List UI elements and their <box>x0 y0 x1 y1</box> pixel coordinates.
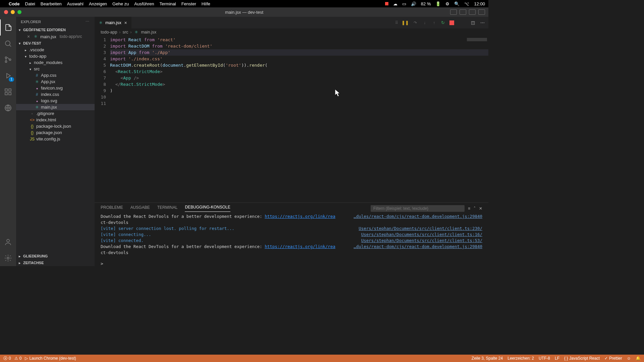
debug-drag-icon[interactable]: ⠿ <box>393 20 398 25</box>
file-item[interactable]: #index.css <box>16 91 95 98</box>
menu-run[interactable]: Ausführen <box>134 1 154 6</box>
file-item[interactable]: ◦.gitignore <box>16 110 95 117</box>
status-battery-icon[interactable]: 🔋 <box>435 1 441 6</box>
svg-rect-7 <box>9 93 11 95</box>
file-item[interactable]: #App.css <box>16 72 95 78</box>
panel-maximize-icon[interactable]: ˄ <box>474 206 476 211</box>
explorer-title: EXPLORER <box>21 20 41 24</box>
file-item[interactable]: ⚛main.jsx <box>16 104 95 110</box>
status-display-icon[interactable]: ▭ <box>402 1 406 6</box>
menu-file[interactable]: Datei <box>25 1 35 6</box>
file-item[interactable]: ⬥favicon.svg <box>16 85 95 91</box>
git-file-icon: ◦ <box>30 111 35 116</box>
react-file-icon: ⚛ <box>133 30 139 35</box>
debug-pause-button[interactable]: ❚❚ <box>402 20 408 25</box>
activity-extensions[interactable] <box>0 84 16 100</box>
svg-point-0 <box>5 41 10 46</box>
menu-view[interactable]: Anzeigen <box>89 1 107 6</box>
status-cloud-icon[interactable]: ☁︎ <box>393 1 397 6</box>
menu-help[interactable]: Hilfe <box>202 1 210 6</box>
json-file-icon: {} <box>30 130 35 135</box>
open-editor-item[interactable]: × ⚛ main.jsx todo-app/src <box>19 33 95 40</box>
file-item[interactable]: ⚛App.jsx <box>16 78 95 85</box>
layout-panel-bottom-icon[interactable] <box>460 9 466 15</box>
activity-account[interactable] <box>0 234 16 250</box>
panel-tab-terminal[interactable]: TERMINAL <box>157 205 178 212</box>
menu-terminal[interactable]: Terminal <box>160 1 176 6</box>
debug-badge: 1 <box>9 77 14 82</box>
status-battery-text: 82 % <box>421 1 431 6</box>
activity-scm[interactable] <box>0 52 16 68</box>
activity-bar: 1 <box>0 17 16 266</box>
folder-item[interactable]: .vscode <box>16 47 95 53</box>
split-editor-icon[interactable]: ◫ <box>470 20 476 25</box>
chevron-right-icon <box>30 60 33 65</box>
code-editor[interactable]: 1234567891011 import React from 'react'i… <box>95 36 488 202</box>
tab-main-jsx[interactable]: ⚛ main.jsx × <box>95 17 131 28</box>
react-file-icon: ⚛ <box>33 34 38 39</box>
status-volume-icon[interactable]: 🔊 <box>411 1 416 6</box>
folder-item[interactable]: node_modules <box>16 59 95 66</box>
file-item[interactable]: JSvite.config.js <box>16 136 95 142</box>
file-item[interactable]: {}package-lock.json <box>16 123 95 129</box>
menu-goto[interactable]: Gehe zu <box>112 1 129 6</box>
status-wifi-icon[interactable]: ⚙︎ <box>445 1 449 6</box>
outline-section[interactable]: GLIEDERUNG <box>16 253 95 259</box>
menu-edit[interactable]: Bearbeiten <box>41 1 62 6</box>
svg-file-icon: ⬥ <box>34 86 40 90</box>
filter-settings-icon[interactable]: ≡ <box>468 206 470 211</box>
layout-panel-left-icon[interactable] <box>450 9 457 15</box>
panel-tab-debug-console[interactable]: DEBUGGING-KONSOLE <box>185 205 230 212</box>
activity-explorer[interactable] <box>0 19 16 36</box>
folder-item[interactable]: src <box>16 66 95 72</box>
js-file-icon: JS <box>30 137 35 141</box>
status-search-icon[interactable]: 🔍 <box>454 1 460 6</box>
file-tree: .vscodetodo-appnode_modulessrc#App.css⚛A… <box>16 47 95 142</box>
debug-stop-button[interactable] <box>449 20 454 25</box>
activity-debug[interactable]: 1 <box>0 68 16 84</box>
file-item[interactable]: {}package.json <box>16 129 95 136</box>
window-zoom-button[interactable] <box>17 10 21 14</box>
folder-item[interactable]: todo-app <box>16 53 95 59</box>
panel-tab-problems[interactable]: PROBLEME <box>101 205 123 212</box>
activity-remote[interactable] <box>0 100 16 116</box>
workspace-root[interactable]: DEV-TEST <box>16 40 95 47</box>
minimap[interactable] <box>465 36 488 202</box>
editor-more-icon[interactable]: ⋯ <box>480 20 485 25</box>
tab-bar: ⚛ main.jsx × ⠿ ❚❚ ↷ ↓ ↑ ↻ ◫ ⋯ <box>95 17 488 28</box>
debug-step-over-button[interactable]: ↷ <box>412 20 417 25</box>
breadcrumbs[interactable]: todo-app› src› ⚛ main.jsx <box>95 28 488 36</box>
file-item[interactable]: <>index.html <box>16 117 95 123</box>
debug-console-output[interactable]: Download the React DevTools for a better… <box>95 212 488 261</box>
debug-console-input[interactable]: > <box>95 261 488 266</box>
filter-input[interactable] <box>371 205 465 212</box>
menu-window[interactable]: Fenster <box>181 1 196 6</box>
layout-panel-right-icon[interactable] <box>469 9 476 15</box>
menu-selection[interactable]: Auswahl <box>67 1 84 6</box>
svg-file-icon: ⬥ <box>34 99 40 103</box>
svg-rect-5 <box>9 89 11 91</box>
bottom-panel: PROBLEME AUSGABE TERMINAL DEBUGGING-KONS… <box>95 202 488 266</box>
close-icon[interactable]: × <box>123 20 128 25</box>
status-time[interactable]: 12:00 <box>474 1 485 6</box>
timeline-section[interactable]: ZEITACHSE <box>16 259 95 266</box>
layout-customize-icon[interactable] <box>478 9 485 15</box>
chevron-down-icon <box>30 66 33 71</box>
panel-close-icon[interactable]: ✕ <box>479 206 482 211</box>
status-control-center-icon[interactable]: ⌥ <box>464 1 469 6</box>
close-icon[interactable]: × <box>26 34 31 39</box>
activity-search[interactable] <box>0 36 16 52</box>
window-minimize-button[interactable] <box>11 10 15 14</box>
explorer-more-icon[interactable]: ⋯ <box>86 19 90 24</box>
debug-step-into-button[interactable]: ↓ <box>421 20 427 25</box>
panel-tab-output[interactable]: AUSGABE <box>130 205 150 212</box>
debug-step-out-button[interactable]: ↑ <box>431 20 436 25</box>
window-close-button[interactable] <box>4 10 8 14</box>
activity-settings[interactable] <box>0 250 16 266</box>
open-editors-section[interactable]: GEÖFFNETE EDITOREN <box>16 26 95 33</box>
svg-point-3 <box>9 59 11 61</box>
status-recording-icon[interactable] <box>385 2 388 5</box>
debug-restart-button[interactable]: ↻ <box>440 20 445 25</box>
app-menu[interactable]: Code <box>9 1 20 6</box>
file-item[interactable]: ⬥logo.svg <box>16 98 95 104</box>
